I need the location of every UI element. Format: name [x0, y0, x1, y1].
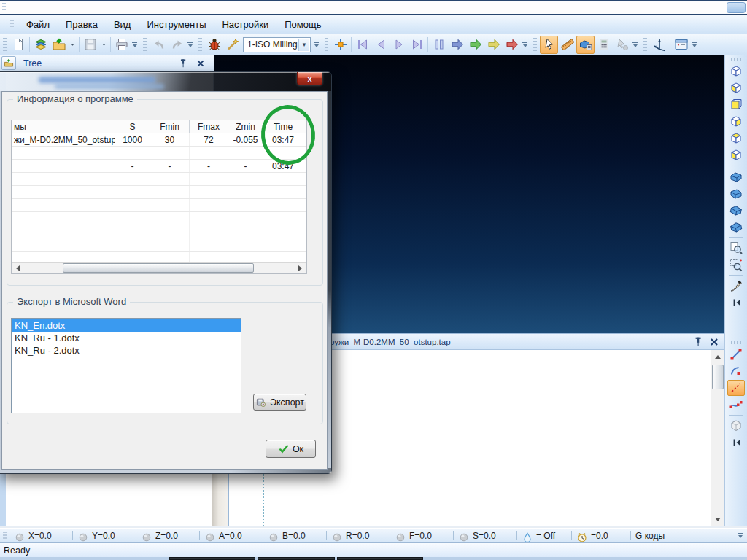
- table-row[interactable]: [12, 212, 306, 225]
- cube-iso-icon[interactable]: [727, 63, 745, 79]
- tree-folder-button[interactable]: [1, 56, 16, 70]
- menu-item-вид[interactable]: Вид: [106, 17, 139, 32]
- code-window-icon[interactable]: [672, 36, 690, 54]
- list-item[interactable]: KN_Ru - 2.dotx: [12, 344, 241, 357]
- dialog-close-button[interactable]: x: [297, 71, 322, 85]
- table-row[interactable]: [12, 225, 306, 238]
- cube-bottom-icon[interactable]: [727, 147, 745, 163]
- scroll-left-icon[interactable]: [12, 263, 23, 273]
- view-toolbar-handle-icon[interactable]: [731, 58, 741, 61]
- scroll-down-icon[interactable]: [712, 513, 724, 525]
- scroll-up-icon[interactable]: [712, 351, 724, 362]
- expand-right-icon[interactable]: [727, 295, 745, 311]
- toolbar-group-handle-icon[interactable]: [198, 38, 202, 51]
- dropdown-icon[interactable]: [68, 36, 77, 54]
- iso-view-3-icon[interactable]: [727, 202, 745, 218]
- list-item[interactable]: KN_Ru - 1.dotx: [12, 332, 241, 344]
- toolbar-group-handle-icon[interactable]: [325, 38, 328, 51]
- axes-3d-icon[interactable]: [650, 36, 668, 54]
- solid-cube-icon[interactable]: [727, 418, 745, 434]
- toolbar-overflow-icon[interactable]: [690, 36, 698, 54]
- arrow-red-icon[interactable]: [503, 36, 521, 54]
- draw-line-icon[interactable]: [727, 346, 745, 362]
- toolbar-overflow-icon[interactable]: [131, 36, 139, 54]
- save-icon[interactable]: [81, 36, 99, 54]
- cube-left-icon[interactable]: [727, 80, 745, 96]
- iso-view-1-icon[interactable]: [727, 168, 745, 184]
- menu-item-файл[interactable]: Файл: [18, 17, 58, 32]
- scroll-right-icon[interactable]: [295, 263, 306, 273]
- zoom-fit-icon[interactable]: [727, 240, 745, 256]
- pause-icon[interactable]: [430, 36, 448, 54]
- play-icon[interactable]: [390, 36, 408, 54]
- ok-button[interactable]: Ок: [266, 440, 316, 458]
- redo-icon[interactable]: [168, 36, 186, 54]
- dialog-titlebar[interactable]: x: [0, 72, 331, 91]
- template-list[interactable]: KN_En.dotxKN_Ru - 1.dotxKN_Ru - 2.dotx: [11, 318, 241, 413]
- arrow-blue-icon[interactable]: [448, 36, 466, 54]
- new-file-icon[interactable]: [9, 36, 28, 54]
- table-header-Fmin[interactable]: Fmin: [150, 120, 190, 133]
- toolbar-group-handle-icon[interactable]: [3, 38, 7, 51]
- arrow-green-icon[interactable]: [466, 36, 484, 54]
- table-row[interactable]: [12, 199, 306, 212]
- undo-icon[interactable]: [150, 36, 168, 54]
- expand-right-icon[interactable]: [727, 435, 745, 451]
- skip-last-icon[interactable]: [408, 36, 426, 54]
- scrollbar-thumb[interactable]: [712, 365, 724, 389]
- iso-view-4-icon[interactable]: [727, 219, 745, 235]
- window-titlebar[interactable]: [0, 0, 747, 15]
- table-header-мы[interactable]: мы: [12, 120, 115, 133]
- calculator-icon[interactable]: [595, 36, 613, 54]
- draw-segment-icon[interactable]: [727, 380, 745, 396]
- cursor-select-icon[interactable]: [540, 36, 558, 54]
- open-folder-icon[interactable]: [50, 36, 68, 54]
- zoom-region-icon[interactable]: [727, 257, 745, 273]
- operation-combo[interactable]: 1-ISO Milling▾: [243, 37, 311, 52]
- iso-view-2-icon[interactable]: [727, 185, 745, 201]
- toolbar-group-handle-icon[interactable]: [643, 38, 647, 51]
- pin-icon[interactable]: [692, 335, 705, 349]
- menu-item-настройки[interactable]: Настройки: [214, 17, 276, 32]
- ruler-icon[interactable]: [558, 36, 576, 54]
- list-item[interactable]: KN_En.dotx: [12, 319, 241, 332]
- table-header-Zmin[interactable]: Zmin: [228, 120, 263, 133]
- draw-toolbar-handle-icon[interactable]: [731, 341, 741, 344]
- toolbar-overflow-icon[interactable]: [521, 36, 529, 54]
- close-icon[interactable]: [708, 335, 721, 349]
- arrow-yellow-icon[interactable]: [484, 36, 503, 54]
- toolbar-overflow-icon[interactable]: [186, 36, 194, 54]
- dropdown-icon[interactable]: [99, 36, 109, 54]
- export-button[interactable]: Экспорт: [253, 394, 306, 411]
- magic-wand-icon[interactable]: [223, 36, 241, 54]
- skip-first-icon[interactable]: [353, 36, 371, 54]
- menu-item-правка[interactable]: Правка: [58, 17, 106, 32]
- close-icon[interactable]: [195, 58, 206, 69]
- toolbar-overflow-icon[interactable]: [631, 36, 639, 54]
- table-horizontal-scrollbar[interactable]: [12, 262, 306, 273]
- paint-brush-icon[interactable]: [727, 278, 745, 294]
- draw-spline-icon[interactable]: [727, 397, 745, 413]
- cube-front-icon[interactable]: [727, 97, 745, 113]
- step-back-icon[interactable]: [371, 36, 390, 54]
- tool-disabled-icon[interactable]: [613, 36, 631, 54]
- bug-icon[interactable]: [205, 36, 223, 54]
- table-row[interactable]: [12, 238, 306, 252]
- toolbar-group-handle-icon[interactable]: [533, 38, 537, 51]
- table-row[interactable]: [12, 147, 306, 160]
- table-header-Fmax[interactable]: Fmax: [190, 120, 228, 133]
- table-row[interactable]: [12, 173, 306, 186]
- cube-right-icon[interactable]: [727, 114, 745, 130]
- draw-arc-icon[interactable]: [727, 363, 745, 379]
- center-view-icon[interactable]: [331, 36, 349, 54]
- layers-icon[interactable]: [31, 36, 50, 54]
- cube-top-icon[interactable]: [727, 131, 745, 147]
- gcode-vertical-scrollbar[interactable]: [711, 350, 724, 526]
- menu-item-инструменты[interactable]: Инструменты: [139, 17, 214, 32]
- chevron-down-icon[interactable]: ▾: [298, 39, 309, 51]
- toolbar-overflow-icon[interactable]: [312, 36, 320, 54]
- pin-icon[interactable]: [177, 58, 189, 69]
- machine-sim-icon[interactable]: [576, 36, 595, 54]
- toolbar-group-handle-icon[interactable]: [143, 38, 147, 51]
- table-header-S[interactable]: S: [115, 120, 150, 133]
